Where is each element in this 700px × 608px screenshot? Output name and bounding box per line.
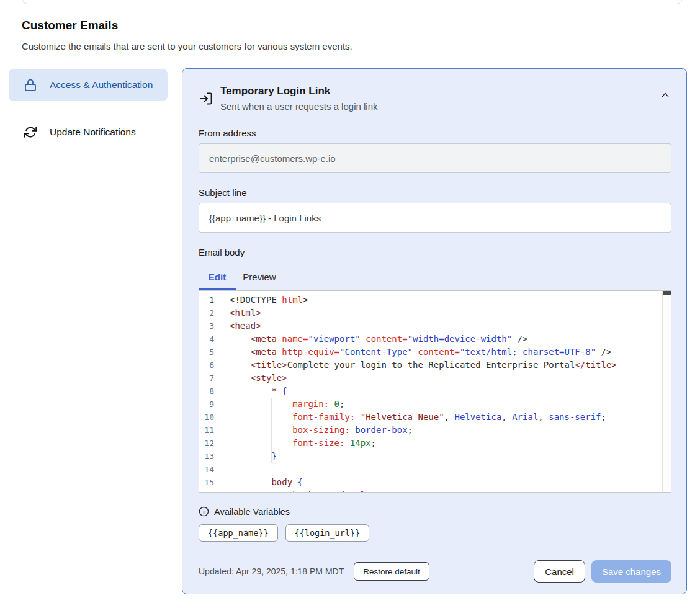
temporary-login-link-panel: Temporary Login Link Sent when a user re…	[182, 68, 687, 594]
variable-chip-login-url[interactable]: {{login_url}}	[285, 524, 370, 542]
subject-line-label: Subject line	[199, 187, 671, 198]
info-icon	[199, 506, 209, 517]
refresh-icon	[23, 125, 38, 140]
sidebar-item-label: Update Notifications	[50, 125, 136, 140]
available-variables-header: Available Variables	[199, 506, 671, 517]
panel-subtitle: Sent when a user requests a login link	[220, 100, 377, 114]
customer-emails-page: Customer Emails Customize the emails tha…	[0, 0, 700, 608]
editor-scrollbar-thumb[interactable]	[663, 291, 671, 295]
from-address-input	[199, 143, 671, 173]
sidebar-item-access-authentication[interactable]: Access & Authentication	[9, 69, 168, 101]
sidebar-item-update-notifications[interactable]: Update Notifications	[9, 116, 168, 148]
email-body-tabs: Edit Preview	[199, 266, 671, 290]
variable-chip-app-name[interactable]: {{app_name}}	[199, 524, 278, 542]
email-body-label: Email body	[199, 247, 671, 257]
cancel-button[interactable]: Cancel	[534, 560, 585, 583]
save-changes-button[interactable]: Save changes	[591, 560, 671, 583]
chevron-up-icon	[660, 91, 670, 99]
restore-default-button[interactable]: Restore default	[354, 562, 429, 581]
sidebar-item-label: Access & Authentication	[50, 78, 153, 92]
email-types-sidebar: Access & Authentication Update Notificat…	[9, 69, 168, 148]
variable-chips: {{app_name}} {{login_url}}	[199, 524, 671, 542]
from-address-label: From address	[199, 128, 671, 138]
editor-scrollbar[interactable]	[662, 291, 671, 492]
panel-header-text: Temporary Login Link Sent when a user re…	[220, 84, 377, 114]
available-variables-label: Available Variables	[214, 507, 290, 517]
tab-edit[interactable]: Edit	[199, 266, 236, 290]
tab-preview[interactable]: Preview	[236, 266, 283, 290]
updated-timestamp: Updated: Apr 29, 2025, 1:18 PM MDT	[199, 566, 344, 576]
panel-footer: Updated: Apr 29, 2025, 1:18 PM MDT Resto…	[199, 560, 671, 583]
previous-card-bottom-edge	[22, 0, 683, 4]
code-editor[interactable]: 1<!DOCTYPE html>2<html>3<head>4 <meta na…	[199, 290, 671, 493]
page-title: Customer Emails	[22, 19, 118, 32]
indent-guide	[271, 398, 272, 463]
code-lines: 1<!DOCTYPE html>2<html>3<head>4 <meta na…	[199, 291, 671, 493]
lock-icon	[23, 78, 38, 92]
login-icon	[199, 91, 213, 106]
subject-line-input[interactable]	[199, 203, 671, 233]
page-subtitle: Customize the emails that are sent to yo…	[22, 41, 352, 51]
indent-guide	[251, 333, 251, 493]
panel-header: Temporary Login Link Sent when a user re…	[199, 84, 671, 114]
panel-title: Temporary Login Link	[220, 84, 377, 99]
collapse-button[interactable]	[659, 90, 671, 100]
